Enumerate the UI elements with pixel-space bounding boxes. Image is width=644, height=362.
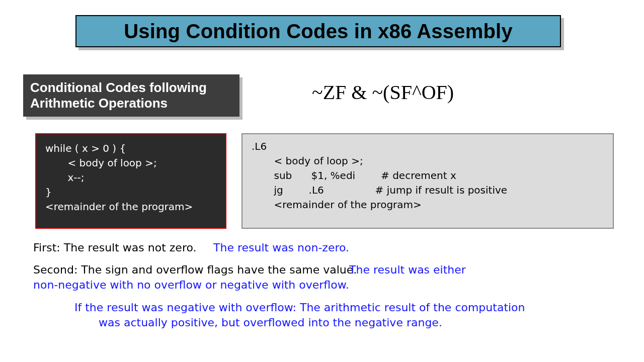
asm-source-code: .L6 < body of loop >; sub $1, %edi # dec… bbox=[242, 133, 614, 229]
explanation-second-blue-start: The result was either bbox=[349, 262, 466, 278]
c-source-code: while ( x > 0 ) { < body of loop >; x--;… bbox=[35, 133, 226, 229]
explanation-first-blue: The result was non-zero. bbox=[213, 240, 349, 255]
explanation-overflow-2: was actually positive, but overflowed in… bbox=[99, 315, 442, 330]
explanation-second-blue-cont: non-negative with no overflow or negativ… bbox=[33, 278, 349, 293]
explanation-overflow-1: If the result was negative with overflow… bbox=[74, 300, 525, 315]
section-subtitle: Conditional Codes following Arithmetic O… bbox=[30, 80, 232, 111]
boolean-formula: ~ZF & ~(SF^OF) bbox=[312, 80, 454, 104]
section-subtitle-bar: Conditional Codes following Arithmetic O… bbox=[23, 74, 239, 117]
slide-title-bar: Using Condition Codes in x86 Assembly bbox=[75, 15, 561, 47]
explanation-first-black: First: The result was not zero. bbox=[33, 240, 197, 255]
explanation-second-black: Second: The sign and overflow flags have… bbox=[33, 262, 357, 278]
slide-title: Using Condition Codes in x86 Assembly bbox=[124, 20, 513, 43]
